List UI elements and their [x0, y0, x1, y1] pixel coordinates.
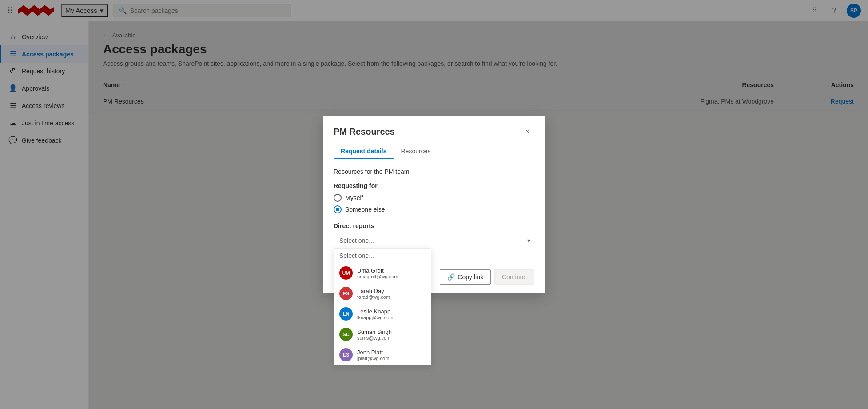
radio-circle-myself — [334, 194, 342, 202]
dropdown-item-farah-day[interactable]: FS Farah Day farad@wg.com — [334, 283, 431, 304]
modal-description: Resources for the PM team. — [334, 168, 534, 175]
modal-tabs: Request details Resources — [323, 139, 545, 159]
requesting-for-label: Requesting for — [334, 182, 534, 189]
avatar-farah: FS — [339, 287, 353, 300]
radio-group: Myself Someone else — [334, 194, 534, 213]
person-email: farad@wg.com — [357, 294, 390, 300]
dropdown-wrapper: Select one... ▾ Select one... UM Uma Gro… — [334, 233, 534, 248]
tab-resources[interactable]: Resources — [394, 144, 438, 159]
continue-button[interactable]: Continue — [494, 269, 534, 285]
modal-header: PM Resources × — [323, 116, 545, 139]
avatar-uma: UM — [339, 266, 353, 280]
direct-reports-label: Direct reports — [334, 222, 534, 229]
dropdown-item-leslie-knapp[interactable]: LN Leslie Knapp lknapp@wg.com — [334, 304, 431, 324]
radio-myself[interactable]: Myself — [334, 194, 534, 202]
person-name: Farah Day — [357, 288, 390, 294]
tab-request-details[interactable]: Request details — [334, 144, 394, 159]
person-name: Leslie Knapp — [357, 308, 393, 315]
modal-body: Resources for the PM team. Requesting fo… — [323, 159, 545, 257]
radio-someone-else[interactable]: Someone else — [334, 205, 534, 213]
avatar-jenn: E3 — [339, 348, 353, 361]
person-name: Uma Groft — [357, 267, 398, 274]
radio-label-someone-else: Someone else — [345, 206, 385, 213]
person-name: Jenn Platt — [357, 349, 389, 356]
person-email: umagroft@wg.com — [357, 274, 398, 279]
direct-reports-dropdown[interactable]: Select one... — [334, 233, 422, 248]
avatar-suman: SC — [339, 328, 353, 341]
person-email: lknapp@wg.com — [357, 315, 393, 320]
person-email: sums@wg.com — [357, 335, 392, 341]
copy-link-button[interactable]: 🔗 Copy link — [440, 269, 491, 285]
modal-title: PM Resources — [334, 127, 395, 137]
dropdown-placeholder-text: Select one... — [339, 237, 374, 244]
dropdown-chevron-icon: ▾ — [527, 237, 530, 244]
copy-link-label: Copy link — [458, 273, 483, 281]
dropdown-item-jenn-platt[interactable]: E3 Jenn Platt jplatt@wg.com — [334, 345, 431, 365]
dropdown-item-suman-singh[interactable]: SC Suman Singh sums@wg.com — [334, 324, 431, 345]
dropdown-popup-header[interactable]: Select one... — [334, 249, 431, 263]
dropdown-popup: Select one... UM Uma Groft umagroft@wg.c… — [334, 248, 431, 365]
modal: PM Resources × Request details Resources… — [323, 116, 545, 293]
radio-circle-someone-else — [334, 205, 342, 213]
avatar-leslie: LN — [339, 307, 353, 321]
radio-label-myself: Myself — [345, 194, 363, 201]
person-name: Suman Singh — [357, 329, 392, 335]
dropdown-item-uma-groft[interactable]: UM Uma Groft umagroft@wg.com — [334, 263, 431, 283]
copy-link-icon: 🔗 — [447, 273, 455, 281]
person-email: jplatt@wg.com — [357, 356, 389, 361]
modal-overlay: PM Resources × Request details Resources… — [0, 0, 868, 409]
modal-close-button[interactable]: × — [520, 124, 534, 139]
